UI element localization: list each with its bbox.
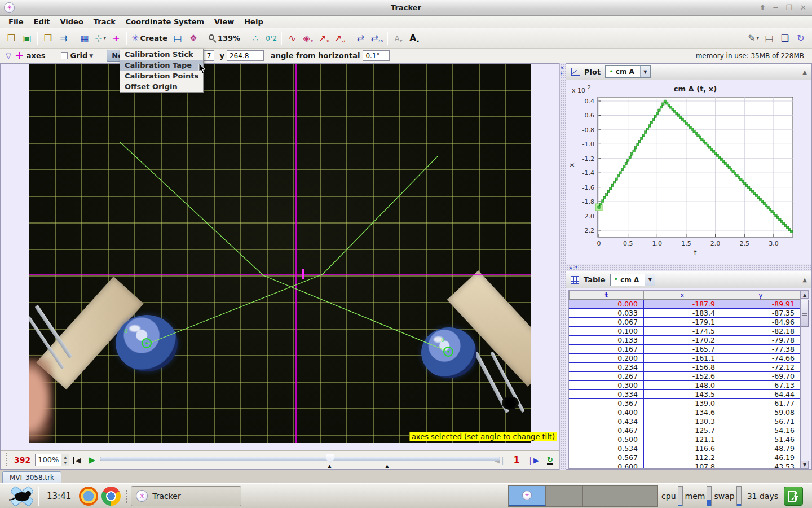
workspace-2[interactable] xyxy=(546,486,583,506)
data-point[interactable] xyxy=(598,206,600,208)
table-cell[interactable]: -165.7 xyxy=(643,345,721,353)
plot-table-divider[interactable]: ▴ ▾ xyxy=(566,264,811,271)
menu-edit[interactable]: Edit xyxy=(29,16,55,27)
menu-coordinate-system[interactable]: Coordinate System xyxy=(121,16,209,27)
data-point[interactable] xyxy=(617,174,619,177)
menu-file[interactable]: File xyxy=(3,16,29,27)
menu-track[interactable]: Track xyxy=(89,16,121,27)
table-cell[interactable]: 0.567 xyxy=(569,453,643,462)
chrome-icon[interactable] xyxy=(102,487,121,506)
table-cell[interactable]: -77.38 xyxy=(721,345,800,353)
table-cell[interactable]: -161.1 xyxy=(643,354,721,362)
rate-up-icon[interactable]: ▲ xyxy=(61,454,69,460)
y-field[interactable] xyxy=(227,50,264,61)
table-cell[interactable]: -48.79 xyxy=(721,444,800,453)
menu-item-offset-origin[interactable]: Offset Origin xyxy=(120,81,203,92)
table-row[interactable]: 0.000-187.9-89.91 xyxy=(569,300,800,309)
table-cell[interactable]: 0.000 xyxy=(569,300,643,308)
table-row[interactable]: 0.133-170.2-79.78 xyxy=(569,336,800,345)
table-row[interactable]: 0.334-143.5-64.44 xyxy=(569,390,800,399)
chevron-down-icon[interactable]: ▼ xyxy=(645,274,655,286)
table-row[interactable]: 0.033-183.4-87.35 xyxy=(569,309,800,318)
table-cell[interactable]: -156.8 xyxy=(643,363,721,371)
table-cell[interactable]: 0.467 xyxy=(569,426,643,435)
table-cell[interactable]: -174.5 xyxy=(643,327,721,335)
experiments-button[interactable]: ❑ xyxy=(777,30,793,46)
table-cell[interactable]: -130.3 xyxy=(643,417,721,426)
table-cell[interactable]: -69.70 xyxy=(721,372,800,380)
table-cell[interactable]: -187.9 xyxy=(643,300,721,308)
scroll-thumb[interactable] xyxy=(801,300,809,327)
data-point[interactable] xyxy=(648,125,651,127)
table-row[interactable]: 0.567-112.2-46.19 xyxy=(569,453,800,462)
menu-view[interactable]: View xyxy=(209,16,239,27)
open-file-button[interactable]: ❒ xyxy=(3,30,19,46)
zoom-button[interactable]: 139% xyxy=(206,30,242,46)
data-point[interactable] xyxy=(615,178,617,180)
in-point-marker[interactable]: ▲ xyxy=(328,464,332,469)
import-video-button[interactable]: ⇉ xyxy=(56,30,72,46)
table-cell[interactable]: -79.78 xyxy=(721,336,800,344)
table-row[interactable]: 0.100-174.5-82.18 xyxy=(569,327,800,336)
table-row[interactable]: 0.534-116.6-48.79 xyxy=(569,444,800,453)
table-cell[interactable]: -46.19 xyxy=(721,453,800,462)
scroll-down-icon[interactable]: ▼ xyxy=(801,461,809,468)
data-point[interactable] xyxy=(606,194,608,196)
axes-origin-marker[interactable] xyxy=(302,269,304,279)
data-point[interactable] xyxy=(613,181,615,183)
panel-end-handle[interactable] xyxy=(806,489,810,503)
table-cell[interactable]: 0.334 xyxy=(569,390,643,398)
data-point[interactable] xyxy=(627,159,629,161)
font-smaller-button[interactable]: A▾ xyxy=(390,30,406,46)
table-row[interactable]: 0.067-179.1-84.96 xyxy=(569,318,800,327)
chevron-down-icon[interactable]: ▾ xyxy=(104,36,106,41)
data-point[interactable] xyxy=(629,156,631,158)
table-scrollbar[interactable]: ▲ ▼ xyxy=(800,291,809,468)
table-cell[interactable]: 0.234 xyxy=(569,363,643,371)
accelerations-button[interactable]: ↗a xyxy=(332,30,347,46)
reset-button[interactable]: ◀ xyxy=(73,457,81,464)
table-cell[interactable]: 0.267 xyxy=(569,372,643,380)
table-row[interactable]: 0.600-107.8-43.53 xyxy=(569,462,800,468)
table-cell[interactable]: -148.0 xyxy=(643,381,721,389)
clock[interactable]: 13:41 xyxy=(42,491,76,501)
stretch-vectors-xm-button[interactable]: ⇄m xyxy=(368,30,385,46)
video-frame[interactable]: 0 0 xyxy=(29,64,531,443)
data-point[interactable] xyxy=(634,147,637,149)
open-library-button[interactable]: ❐ xyxy=(40,30,56,46)
out-point-marker[interactable]: ▲ xyxy=(385,464,389,469)
table-cell[interactable]: 0.300 xyxy=(569,381,643,389)
divider-up-icon[interactable]: ▴ xyxy=(570,264,572,271)
track-filter-icon[interactable]: ▽ xyxy=(6,51,11,60)
plot-track-dropdown[interactable]: • cm A ▼ xyxy=(605,65,651,78)
table-cell[interactable]: -143.5 xyxy=(643,390,721,398)
menu-video[interactable]: Video xyxy=(55,16,88,27)
grid-checkbox[interactable] xyxy=(61,52,68,59)
calibration-tools-button[interactable]: ⊹▾ xyxy=(92,30,108,46)
data-point[interactable] xyxy=(637,143,639,146)
tracker-window-button[interactable]: ✳ Tracker xyxy=(131,486,241,506)
rate-value[interactable]: 100% xyxy=(36,454,61,466)
axes-visible-button[interactable]: + xyxy=(108,30,124,46)
data-point[interactable] xyxy=(662,103,664,105)
data-point[interactable] xyxy=(623,165,625,168)
chevron-down-icon[interactable]: ▼ xyxy=(640,66,650,77)
logout-icon[interactable] xyxy=(784,487,803,506)
velocities-button[interactable]: ↗v xyxy=(316,30,332,46)
document-tab[interactable]: MVI_3058.trk xyxy=(2,471,61,483)
table-row[interactable]: 0.467-125.7-54.16 xyxy=(569,426,800,435)
table-cell[interactable]: -67.13 xyxy=(721,381,800,389)
angle-field[interactable] xyxy=(363,50,390,61)
panel-drag-handle[interactable] xyxy=(2,489,6,503)
table-cell[interactable]: -64.44 xyxy=(721,390,800,398)
save-button[interactable]: ▣ xyxy=(19,30,35,46)
column-header-y[interactable]: y xyxy=(721,291,800,299)
grid-dropdown-icon[interactable]: ▼ xyxy=(89,53,93,59)
table-cell[interactable]: -121.1 xyxy=(643,435,721,444)
step-numbers-button[interactable]: 0¹2 xyxy=(263,30,279,46)
column-header-t[interactable]: t xyxy=(569,291,643,299)
workspace-pager[interactable]: ✳ xyxy=(508,485,658,507)
plot-collapse-icon[interactable]: ▲ xyxy=(802,69,807,75)
table-cell[interactable]: -43.53 xyxy=(721,462,800,468)
table-cell[interactable]: 0.500 xyxy=(569,435,643,444)
